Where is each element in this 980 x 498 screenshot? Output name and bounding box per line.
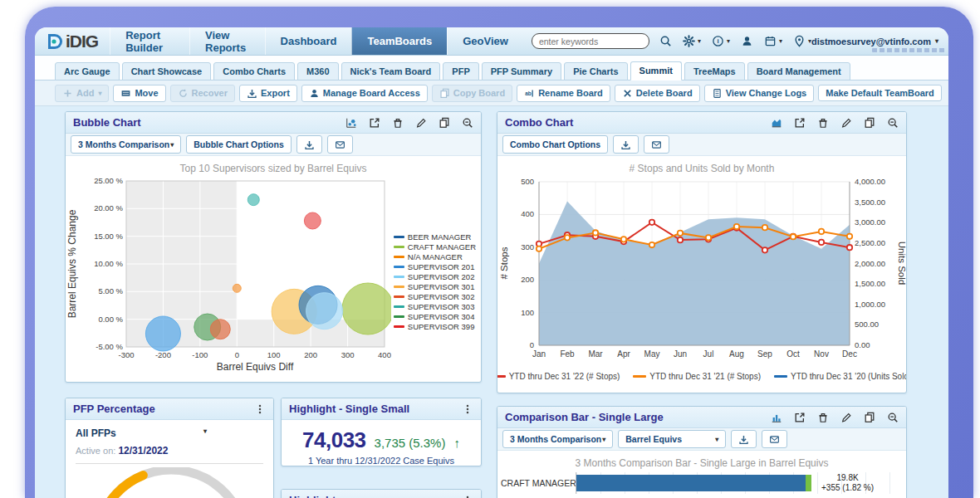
download-icon-button[interactable] (296, 135, 322, 154)
email-icon-button[interactable] (762, 430, 787, 448)
area-chart-icon (771, 117, 782, 129)
svg-text:500: 500 (521, 177, 534, 186)
barrel-equivs-select[interactable]: Barrel Equivs▾ (618, 430, 726, 448)
board-tab-nick-s-team-board[interactable]: Nick's Team Board (341, 62, 441, 81)
email-icon-button[interactable] (327, 135, 353, 154)
board-tab-pfp-summary[interactable]: PFP Summary (482, 62, 561, 81)
info-icon-button[interactable]: i▾ (712, 35, 730, 47)
combo-chart-options-button[interactable]: Combo Chart Options (502, 135, 608, 154)
3-months-comparison-select[interactable]: 3 Months Comparison▾ (71, 135, 181, 154)
copy-board-button: Copy Board (432, 85, 512, 102)
pin-icon-button[interactable]: ▾ (793, 35, 811, 47)
zoom-icon (887, 412, 899, 423)
svg-text:-300: -300 (118, 350, 134, 359)
zoom-icon[interactable] (887, 117, 899, 129)
user-account-menu[interactable]: distmoesurvey@vtinfo.com ▾ (811, 37, 938, 46)
gear-icon-button[interactable]: ▾ (683, 35, 701, 47)
copy-icon[interactable] (864, 412, 875, 423)
email-icon-button[interactable] (644, 135, 669, 154)
top-navigation: iDIG Report BuilderView ReportsDashboard… (35, 27, 948, 56)
svg-text:0: 0 (530, 340, 534, 349)
nav-item-geoview[interactable]: GeoView (447, 27, 523, 55)
popout-icon[interactable] (794, 117, 806, 129)
move-button[interactable]: Move (113, 85, 165, 102)
svg-text:# Stops: # Stops (499, 247, 509, 279)
download-icon-button[interactable] (731, 430, 757, 448)
manage-board-access-button[interactable]: Manage Board Access (301, 85, 428, 102)
svg-text:3,000.00: 3,000.00 (855, 217, 885, 227)
recover-button: Recover (170, 85, 235, 102)
board-tab-chart-showcase[interactable]: Chart Showcase (122, 62, 212, 81)
bar[interactable] (576, 475, 811, 491)
board-tab-m360[interactable]: M360 (297, 62, 339, 81)
idig-logo[interactable]: iDIG (45, 32, 98, 51)
keyword-search-input[interactable] (532, 33, 649, 49)
edit-icon[interactable] (840, 412, 852, 423)
export-button[interactable]: Export (239, 85, 297, 102)
svg-text:-100: -100 (192, 350, 208, 359)
edit-icon[interactable] (840, 117, 852, 129)
make-default-teamboard-button[interactable]: Make Default TeamBoard (818, 85, 942, 101)
legend-item: BEER MANAGER (394, 232, 476, 242)
trash-icon[interactable] (392, 117, 404, 129)
svg-text:Mar: Mar (588, 349, 603, 359)
bar-chart-icon[interactable] (771, 412, 782, 423)
email-icon (769, 434, 780, 445)
copy-icon (864, 412, 875, 423)
kebab-icon (462, 403, 473, 415)
download-icon (304, 139, 315, 150)
nav-item-report-builder[interactable]: Report Builder (110, 27, 189, 55)
edit-icon (840, 117, 852, 129)
nav-item-view-reports[interactable]: View Reports (189, 27, 265, 55)
bubble-chart-options-button[interactable]: Bubble Chart Options (186, 135, 292, 154)
user-icon-button[interactable] (741, 35, 753, 47)
search-icon (659, 35, 672, 47)
pfp-filter-select[interactable]: All PFPs ▾ (76, 427, 207, 439)
highlight-caption: 1 Year thru 12/31/2022 Case Equivs (308, 456, 454, 466)
rename-board-button[interactable]: abRename Board (517, 85, 610, 102)
board-tab-board-management[interactable]: Board Management (747, 62, 850, 81)
kebab-menu-icon[interactable] (462, 495, 473, 498)
popout-icon[interactable] (369, 117, 380, 129)
kebab-menu-icon[interactable] (254, 403, 266, 415)
view-change-logs-button[interactable]: View Change Logs (704, 85, 815, 102)
doc-icon (712, 88, 723, 99)
board-tab-treemaps[interactable]: TreeMaps (684, 62, 745, 81)
nav-item-dashboard[interactable]: Dashboard (265, 27, 352, 55)
svg-text:4,000.00: 4,000.00 (855, 177, 885, 186)
svg-text:Aug: Aug (729, 349, 744, 359)
3-months-comparison-select[interactable]: 3 Months Comparison▾ (502, 430, 613, 448)
svg-text:i: i (717, 37, 718, 45)
bubble-chart-icon[interactable] (345, 117, 357, 129)
board-tab-summit[interactable]: Summit (630, 61, 682, 81)
svg-text:10.00 %: 10.00 % (94, 259, 123, 268)
trash-icon[interactable] (817, 117, 829, 129)
svg-text:25.00 %: 25.00 % (94, 176, 123, 185)
edit-icon[interactable] (415, 117, 427, 129)
svg-text:200: 200 (304, 350, 317, 359)
board-tab-pfp[interactable]: PFP (443, 62, 478, 81)
nav-item-teamboards[interactable]: TeamBoards (351, 27, 447, 55)
calendar-icon (764, 35, 777, 47)
board-tab-combo-charts[interactable]: Combo Charts (213, 62, 295, 81)
zoom-icon[interactable] (462, 117, 473, 129)
trash-icon[interactable] (817, 412, 829, 423)
bar-gain-tip (806, 475, 811, 491)
highlight-second-panel: Highlight - ... (281, 489, 482, 498)
copy-icon[interactable] (439, 117, 450, 129)
delete-board-button[interactable]: Delete Board (615, 85, 700, 102)
calendar-icon-button[interactable]: ▾ (764, 35, 782, 47)
search-icon-button[interactable] (659, 35, 672, 47)
panel-header: Highlight - ... (282, 490, 481, 498)
svg-text:-200: -200 (155, 350, 171, 359)
chevron-down-icon: ▾ (935, 37, 938, 45)
zoom-icon (887, 117, 899, 129)
board-tab-pie-charts[interactable]: Pie Charts (564, 62, 627, 81)
zoom-icon[interactable] (887, 412, 899, 423)
area-chart-icon[interactable] (771, 117, 782, 129)
board-tab-arc-gauge[interactable]: Arc Gauge (55, 62, 120, 81)
kebab-menu-icon[interactable] (462, 403, 473, 415)
popout-icon[interactable] (794, 412, 806, 423)
download-icon-button[interactable] (613, 135, 639, 154)
copy-icon[interactable] (864, 117, 875, 129)
